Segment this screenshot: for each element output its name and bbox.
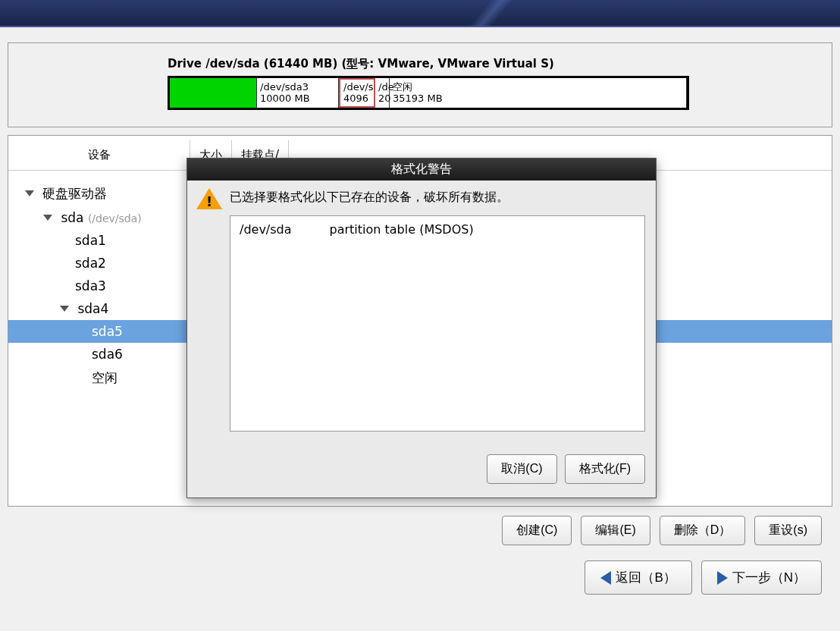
tree-label: sda <box>61 210 83 225</box>
next-label: 下一步（N） <box>732 569 806 586</box>
seg-size: 10000 MB <box>260 93 335 104</box>
seg-label: /dev/s <box>343 82 371 93</box>
warning-icon <box>196 188 222 211</box>
edit-button[interactable]: 编辑(E) <box>581 516 650 545</box>
arrow-right-icon <box>717 571 728 585</box>
dialog-buttons: 取消(C) 格式化(F) <box>187 444 656 498</box>
format-button[interactable]: 格式化(F) <box>565 454 645 484</box>
drive-visualization[interactable]: /dev/sda3 10000 MB /dev/s 4096 /de 20 空闲… <box>168 76 689 110</box>
seg-size: 20 <box>378 93 386 104</box>
drive-summary-panel: Drive /dev/sda (61440 MB) (型号: VMware, V… <box>8 42 832 127</box>
partition-seg-20[interactable]: /de 20 <box>375 78 390 108</box>
dialog-title: 格式化警告 <box>187 159 656 181</box>
create-button[interactable]: 创建(C) <box>502 516 572 545</box>
list-item: /dev/sda partition table (MSDOS) <box>240 222 635 237</box>
seg-label: /de <box>378 82 386 93</box>
list-desc: partition table (MSDOS) <box>330 222 474 237</box>
list-device: /dev/sda <box>240 222 292 237</box>
chevron-down-icon <box>60 306 69 312</box>
next-button[interactable]: 下一步（N） <box>701 560 822 595</box>
header-bar <box>0 0 840 27</box>
column-device[interactable]: 设备 <box>8 140 190 170</box>
tree-hint: (/dev/sda) <box>88 212 142 224</box>
drive-title: Drive /dev/sda (61440 MB) (型号: VMware, V… <box>168 57 832 71</box>
delete-button[interactable]: 删除（D） <box>660 516 746 545</box>
partition-seg-4096[interactable]: /dev/s 4096 <box>339 78 375 108</box>
back-button[interactable]: 返回（B） <box>585 560 691 595</box>
dialog-message: 已选择要格式化以下已存在的设备，破坏所有数据。 <box>230 188 509 206</box>
wizard-nav: 返回（B） 下一步（N） <box>0 554 840 602</box>
back-label: 返回（B） <box>616 569 675 586</box>
partition-seg-sda3[interactable]: /dev/sda3 10000 MB <box>257 78 339 108</box>
chevron-down-icon <box>43 215 52 221</box>
partition-seg-green[interactable] <box>170 78 257 108</box>
partition-actions: 创建(C) 编辑(E) 删除（D） 重设(s) <box>0 513 840 554</box>
tree-label: 硬盘驱动器 <box>42 186 107 201</box>
format-warning-dialog: 格式化警告 已选择要格式化以下已存在的设备，破坏所有数据。 /dev/sda p… <box>186 158 657 498</box>
tree-label: sda4 <box>77 301 108 316</box>
cancel-button[interactable]: 取消(C) <box>487 454 556 484</box>
reset-button[interactable]: 重设(s) <box>754 516 822 545</box>
seg-size: 35193 MB <box>393 93 683 104</box>
chevron-down-icon <box>25 190 34 196</box>
dialog-device-list: /dev/sda partition table (MSDOS) <box>230 215 645 432</box>
seg-label: 空闲 <box>393 82 683 93</box>
partition-seg-free[interactable]: 空闲 35193 MB <box>390 78 687 108</box>
seg-size: 4096 <box>343 93 371 104</box>
arrow-left-icon <box>600 571 611 585</box>
seg-label: /dev/sda3 <box>260 82 335 93</box>
